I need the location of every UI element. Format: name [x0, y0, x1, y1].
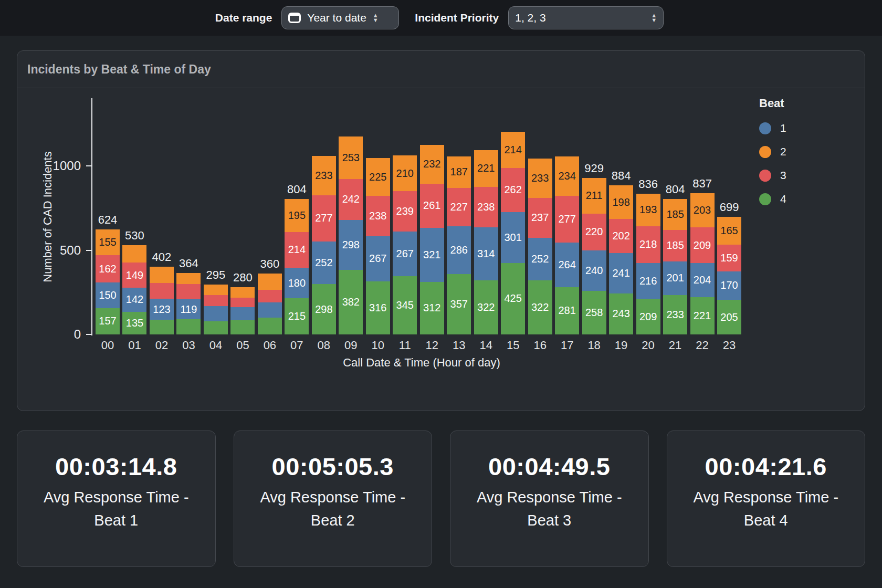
kpi-time-value: 00:03:14.8 [55, 452, 177, 481]
bar-segment[interactable]: 314 [474, 227, 498, 280]
bar-segment[interactable]: 215 [285, 298, 309, 334]
bar-segment[interactable] [258, 318, 282, 334]
bar-segment[interactable]: 185 [663, 230, 687, 261]
bar-segment[interactable]: 238 [366, 196, 390, 236]
bar-segment[interactable] [176, 319, 201, 334]
bar-segment[interactable]: 214 [501, 132, 525, 168]
bar-segment[interactable] [230, 320, 255, 334]
bar-segment[interactable] [258, 302, 282, 318]
x-tick-label: 13 [447, 339, 471, 352]
bar-segment[interactable]: 286 [447, 226, 471, 275]
bar-segment[interactable]: 195 [285, 199, 309, 232]
bar-segment[interactable]: 209 [690, 227, 715, 262]
x-tick-label: 20 [636, 339, 660, 352]
legend-item[interactable]: 2 [759, 145, 786, 158]
bar-segment[interactable]: 150 [96, 282, 120, 308]
date-range-select[interactable]: Year to date ▲▼ [281, 6, 399, 29]
bar-segment[interactable]: 135 [122, 312, 146, 334]
bar-segment[interactable]: 243 [609, 293, 633, 334]
bar-segment[interactable] [258, 274, 282, 290]
bar-segment[interactable]: 322 [528, 280, 552, 334]
bar-segment[interactable]: 267 [393, 232, 417, 277]
bar-segment[interactable] [230, 287, 255, 298]
bar-segment[interactable]: 159 [717, 245, 741, 271]
bar-segment[interactable] [230, 307, 255, 320]
bar-segment[interactable] [204, 306, 228, 321]
bar-segment[interactable] [204, 295, 228, 306]
bar-segment[interactable]: 210 [393, 155, 417, 191]
bar-segment[interactable]: 238 [474, 187, 498, 227]
bar-segment[interactable]: 240 [582, 250, 606, 291]
bar-segment[interactable]: 225 [366, 158, 390, 196]
kpi-card: 00:03:14.8Avg Response Time - Beat 1 [17, 430, 216, 567]
bar-segment[interactable]: 262 [501, 168, 525, 212]
bar-segment[interactable]: 233 [312, 156, 336, 195]
bar-segment[interactable]: 202 [609, 219, 633, 253]
bar-segment[interactable]: 277 [312, 195, 336, 242]
bar-segment[interactable]: 193 [636, 194, 660, 226]
bar-segment[interactable]: 209 [636, 299, 660, 334]
bar-segment[interactable]: 142 [122, 288, 146, 312]
bar-segment[interactable]: 216 [636, 263, 660, 299]
bar-segment[interactable] [150, 283, 174, 299]
bar-segment[interactable]: 227 [447, 188, 471, 226]
bar-segment[interactable]: 316 [366, 281, 390, 334]
bar-segment[interactable]: 322 [474, 280, 498, 334]
bar-segment[interactable]: 185 [663, 199, 687, 230]
bar-segment[interactable]: 267 [366, 236, 390, 281]
bar-segment[interactable]: 312 [420, 282, 444, 334]
bar-segment[interactable]: 252 [312, 242, 336, 284]
bar-segment[interactable]: 220 [582, 214, 606, 251]
bar-segment[interactable]: 123 [150, 299, 174, 319]
bar-segment[interactable]: 258 [582, 291, 606, 334]
bar-segment[interactable]: 264 [555, 243, 579, 287]
bar-segment[interactable]: 180 [285, 268, 309, 298]
bar-segment[interactable]: 119 [176, 299, 201, 319]
bar-segment[interactable]: 221 [690, 297, 715, 334]
bar-segment[interactable] [150, 320, 174, 334]
bar-segment[interactable]: 382 [339, 270, 363, 334]
legend-item[interactable]: 3 [759, 169, 786, 182]
bar-segment[interactable]: 165 [717, 217, 741, 245]
bar-segment[interactable]: 201 [663, 261, 687, 296]
bar-segment[interactable]: 261 [420, 184, 444, 228]
bar-segment[interactable]: 425 [501, 263, 525, 334]
bar-segment[interactable]: 232 [420, 145, 444, 184]
bar-segment[interactable] [204, 285, 228, 295]
bar-segment[interactable] [176, 284, 201, 299]
bar-segment[interactable] [258, 290, 282, 302]
incident-priority-select[interactable]: 1, 2, 3 ▲▼ [508, 6, 664, 29]
bar-segment[interactable]: 241 [609, 253, 633, 293]
bar-segment[interactable]: 214 [285, 232, 309, 268]
bar-segment[interactable]: 252 [528, 238, 552, 280]
bar-segment[interactable]: 221 [474, 150, 498, 187]
kpi-card: 00:05:05.3Avg Response Time - Beat 2 [234, 430, 433, 567]
bar-segment[interactable]: 205 [717, 300, 741, 334]
bar-segment[interactable]: 298 [312, 284, 336, 334]
bar-segment[interactable]: 149 [122, 262, 146, 288]
bar-segment[interactable]: 345 [393, 276, 417, 334]
bar-segment[interactable]: 277 [555, 196, 579, 243]
bar-segment[interactable]: 233 [528, 159, 552, 198]
bar-segment[interactable]: 321 [420, 228, 444, 282]
bar-segment[interactable]: 242 [339, 179, 363, 220]
bar-segment[interactable]: 204 [690, 263, 715, 297]
bar-segment[interactable]: 187 [447, 156, 471, 188]
bar-segment[interactable]: 157 [96, 308, 120, 334]
bar-segment[interactable]: 218 [636, 226, 660, 263]
bar-segment[interactable]: 211 [582, 178, 606, 214]
bar-segment[interactable]: 281 [555, 287, 579, 334]
bar-segment[interactable]: 357 [447, 274, 471, 334]
bar-segment[interactable]: 253 [339, 136, 363, 179]
legend-item[interactable]: 1 [759, 122, 786, 134]
bar-segment[interactable]: 233 [663, 295, 687, 334]
bar-segment[interactable]: 170 [717, 271, 741, 300]
bar-segment[interactable]: 298 [339, 220, 363, 270]
bar-segment[interactable]: 301 [501, 212, 525, 263]
bar-segment[interactable]: 237 [528, 198, 552, 238]
bar-segment[interactable]: 239 [393, 191, 417, 232]
legend-item[interactable]: 4 [759, 193, 786, 205]
bar-segment[interactable] [204, 321, 228, 334]
bar-segment[interactable] [230, 298, 255, 307]
bar-segment[interactable]: 162 [96, 255, 120, 282]
